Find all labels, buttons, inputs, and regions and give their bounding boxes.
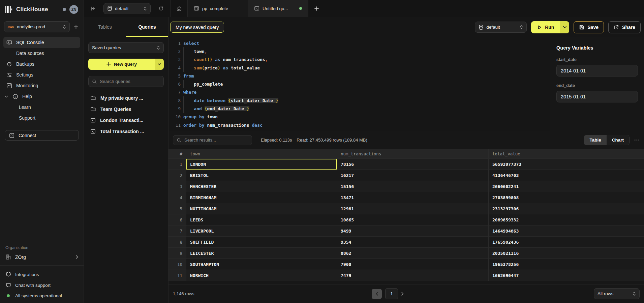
search-results-input[interactable]: Search results... [173,135,252,145]
code-line[interactable]: 5from [168,72,550,80]
table-cell[interactable]: 16217 [337,170,489,181]
share-button[interactable]: Share [608,21,641,33]
table-cell[interactable]: LEICESTER [186,248,337,259]
sidebar-footer-item-all-systems-operational[interactable]: All systems operational [5,293,78,298]
table-cell[interactable]: MANCHESTER [186,181,337,192]
view-toggle-table[interactable]: Table [584,135,606,145]
saved-query-item[interactable]: London Transacti... [88,115,164,126]
table-cell[interactable]: 13471 [337,192,489,203]
code-line[interactable]: 7where [168,88,550,96]
sql-editor[interactable]: 1select2 town,3 count() as num_transacti… [168,37,550,131]
saved-query-item[interactable]: Total Transaction ... [88,126,164,137]
chat-icon [5,282,11,288]
saved-query-item[interactable]: Team Queries [88,103,164,115]
service-selector[interactable]: aws analytics-prod [4,21,70,32]
table-cell[interactable]: SOUTHAMPTON [186,259,337,270]
table-cell[interactable]: 1765902436 [489,237,644,247]
table-cell[interactable]: BIRMINGHAM [186,192,337,203]
code-line[interactable]: 2 town, [168,47,550,55]
sidebar-item-support[interactable]: Support [3,113,80,123]
code-line[interactable]: 10group by town [168,113,550,121]
save-button[interactable]: Save [574,21,604,33]
table-cell[interactable]: 2089859332 [489,214,644,225]
table-cell[interactable]: 10865 [337,214,489,225]
variable-input-end_date[interactable]: 2015-01-01 [556,91,638,102]
code-line[interactable]: 11order by num_transactions desc [168,121,550,129]
ellipsis-icon[interactable] [634,139,640,141]
sidebar-item-settings[interactable]: Settings [3,69,80,80]
sidebar-item-data-sources[interactable]: Data sources [3,48,80,59]
table-cell[interactable]: 4136446703 [489,170,644,181]
table-cell[interactable]: 7908 [337,259,489,270]
database-selector[interactable]: default [103,3,151,14]
table-cell[interactable]: 2660602241 [489,181,644,192]
table-cell[interactable]: 2035821116 [489,248,644,259]
table-cell[interactable]: 9354 [337,237,489,247]
code-line[interactable]: 9 and {end_date: Date } [168,104,550,113]
saved-query-item[interactable]: My private query ... [88,92,164,103]
organization-item[interactable]: ZOrg [0,254,84,265]
code-line[interactable]: 3 count() as num_transactions, [168,56,550,64]
sidebar-footer-item-integrations[interactable]: Integrations [5,272,78,277]
panel-tabs: TablesQueries [84,17,168,37]
view-toggle-chart[interactable]: Chart [607,135,629,145]
run-options-button[interactable] [560,21,569,33]
sidebar-item-backups[interactable]: Backups [3,59,80,69]
table-cell[interactable]: SHEFFIELD [186,237,337,247]
variable-input-start_date[interactable]: 2014-01-01 [556,65,638,77]
next-page-button[interactable] [401,292,404,296]
code-line[interactable]: 8 date between {start_date: Date } [168,96,550,104]
table-cell[interactable]: 8862 [337,248,489,259]
table-cell[interactable]: LEEDS [186,214,337,225]
table-cell[interactable]: NOTTINGHAM [186,203,337,214]
page-number-input[interactable]: 1 [385,288,398,299]
saved-queries-dropdown[interactable]: Saved queries [88,42,164,53]
table-cell[interactable]: 1965378256 [489,259,644,270]
sidebar-nav: SQL ConsoleData sourcesBackupsSettingsMo… [0,37,84,123]
table-cell[interactable]: 9499 [337,225,489,236]
table-cell[interactable]: NORWICH [186,270,337,281]
saved-query-tab[interactable]: My new saved query [170,22,224,33]
table-cell[interactable]: 1662690447 [489,270,644,281]
code-line[interactable]: 4 sum(price) as total_value [168,64,550,72]
code-line[interactable]: 1select [168,39,550,47]
sidebar-item-monitoring[interactable]: Monitoring [3,80,80,91]
new-query-dropdown-button[interactable] [155,59,164,70]
sidebar-item-help[interactable]: ?Help [3,91,80,102]
help-icon: ? [12,94,18,99]
search-queries-input[interactable]: Search queries [88,76,164,87]
topbar-tab-pp-complete[interactable]: pp_complete [188,0,248,17]
tab-queries[interactable]: Queries [126,17,168,37]
avatar[interactable]: ZN [69,5,78,14]
sidebar-footer-item-chat-with-support[interactable]: Chat with support [5,282,78,288]
collapse-sidebar-button[interactable] [84,6,102,11]
table-cell[interactable]: 78156 [337,159,489,170]
table-cell[interactable]: 12981 [337,203,489,214]
sidebar-item-sql-console[interactable]: SQL Console [3,37,80,48]
home-button[interactable] [171,6,187,11]
table-cell[interactable]: 56593977373 [489,159,644,170]
save-icon [579,25,584,30]
connect-button[interactable]: Connect [5,130,79,141]
table-cell[interactable]: 7479 [337,270,489,281]
table-cell[interactable]: 15156 [337,181,489,192]
table-cell[interactable]: 2703899808 [489,192,644,203]
sidebar-item-learn[interactable]: Learn [3,102,80,113]
table-row: 6LEEDS108652089859332 [168,214,644,225]
previous-page-button[interactable] [372,289,382,299]
table-cell[interactable]: LIVERPOOL [186,225,337,236]
table-cell[interactable]: LONDON [186,159,337,170]
page-size-selector[interactable]: All rows [594,288,640,299]
table-cell[interactable]: BRISTOL [186,170,337,181]
table-cell[interactable]: 2313297306 [489,203,644,214]
add-service-button[interactable] [74,25,78,29]
run-database-selector[interactable]: default [475,22,527,33]
new-tab-button[interactable] [308,6,325,11]
table-cell[interactable]: 1464994863 [489,225,644,236]
topbar-tab-untitled-qu-[interactable]: Untitled qu... [248,0,308,17]
code-line[interactable]: 6 pp_complete [168,80,550,88]
run-button[interactable]: Run [531,21,569,33]
refresh-button[interactable] [152,6,170,11]
tab-tables[interactable]: Tables [84,17,126,37]
new-query-button[interactable]: New query [88,59,164,70]
